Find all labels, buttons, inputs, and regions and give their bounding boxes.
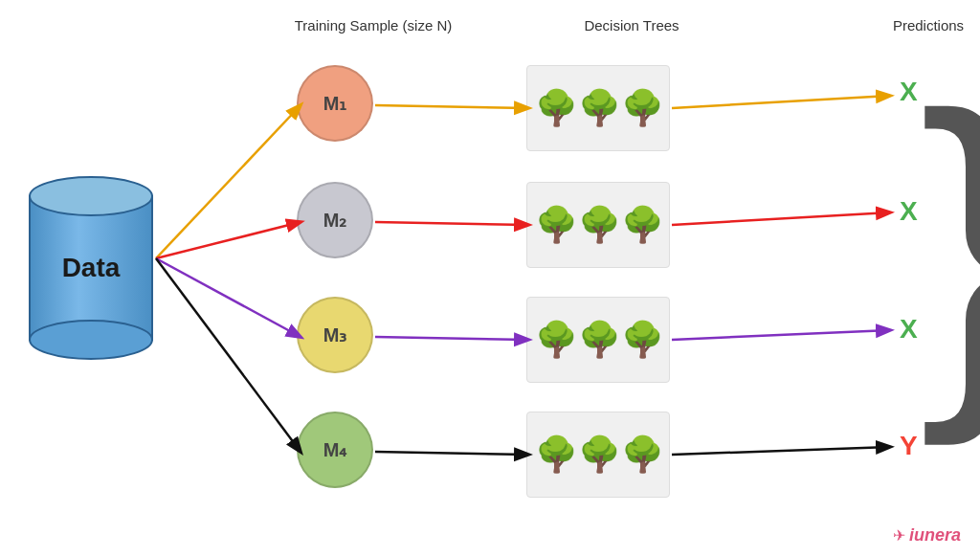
arrow-tree1-pred1 <box>672 96 890 108</box>
tree-icon-3a: 🌳 <box>535 320 578 360</box>
arrow-m1-tree1 <box>375 105 528 108</box>
tree-icon-3c: 🌳 <box>621 320 664 360</box>
tree-box-3: 🌳 🌳 🌳 <box>526 297 670 383</box>
tree-box-4: 🌳 🌳 🌳 <box>526 412 670 498</box>
tree-icon-2a: 🌳 <box>535 205 578 245</box>
tree-icon-3b: 🌳 <box>578 320 621 360</box>
arrow-m4-tree4 <box>375 452 528 455</box>
tree-icon-2c: 🌳 <box>621 205 664 245</box>
arrow-m2-tree2 <box>375 222 528 225</box>
tree-icon-1c: 🌳 <box>621 88 664 128</box>
tree-icon-4c: 🌳 <box>621 434 664 475</box>
main-canvas: Training Sample (size N) Decision Trees … <box>0 0 980 557</box>
arrow-data-m1 <box>156 105 301 258</box>
logo-icon: ✈ <box>893 526 905 545</box>
arrow-tree2-pred2 <box>672 212 890 225</box>
decision-trees-label: Decision Trees <box>555 17 708 33</box>
data-label: Data <box>62 253 121 283</box>
prediction-2: X <box>900 196 918 227</box>
tree-icon-1b: 🌳 <box>578 88 621 128</box>
tree-box-1: 🌳 🌳 🌳 <box>526 65 670 151</box>
training-sample-label: Training Sample (size N) <box>278 17 469 33</box>
prediction-3: X <box>900 314 918 345</box>
prediction-4: Y <box>900 431 918 461</box>
logo-text: iunera <box>909 525 961 546</box>
arrow-data-m2 <box>156 222 301 258</box>
arrow-data-m3 <box>156 258 301 337</box>
sample-m4: M₄ <box>297 412 373 488</box>
tree-icon-4a: 🌳 <box>535 434 578 475</box>
tree-box-2: 🌳 🌳 🌳 <box>526 182 670 268</box>
arrow-m3-tree3 <box>375 337 528 340</box>
prediction-1: X <box>900 77 918 107</box>
sample-m3: M₃ <box>297 297 373 373</box>
brace-symbol: } <box>919 62 980 426</box>
arrow-data-m4 <box>156 258 301 452</box>
logo: ✈ iunera <box>893 525 961 546</box>
svg-point-1 <box>30 321 152 359</box>
svg-point-2 <box>30 177 152 215</box>
database-cylinder: Data <box>29 172 153 345</box>
tree-icon-4b: 🌳 <box>578 434 621 475</box>
sample-m2: M₂ <box>297 182 373 258</box>
predictions-label: Predictions <box>880 17 976 33</box>
sample-m1: M₁ <box>297 65 373 142</box>
tree-icon-2b: 🌳 <box>578 205 621 245</box>
arrow-tree3-pred3 <box>672 330 890 340</box>
tree-icon-1a: 🌳 <box>535 88 578 128</box>
arrow-tree4-pred4 <box>672 447 890 455</box>
